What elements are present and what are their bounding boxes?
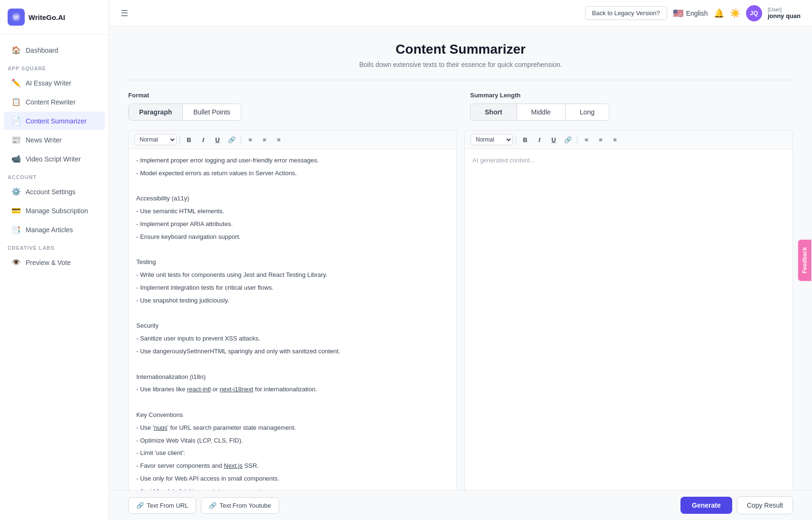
sidebar-label-content-rewriter: Content Rewriter — [26, 98, 76, 106]
original-content-editor[interactable]: - Implement proper error logging and use… — [129, 149, 456, 490]
summary-btn-long[interactable]: Long — [566, 104, 609, 120]
text-from-url-label: Text From URL — [147, 502, 188, 509]
sidebar-nav: 🏠DashboardAPP SQUARE✏️AI Essay Writer📋Co… — [0, 35, 109, 278]
format-btn-bullet-points[interactable]: Bullet Points — [183, 104, 241, 120]
generate-button[interactable]: Generate — [680, 497, 732, 514]
sidebar-label-manage-articles: Manage Articles — [26, 226, 73, 234]
sidebar-item-content-summarizer[interactable]: 📄Content Summarizer — [4, 112, 105, 130]
toolbar-unordered-list-btn[interactable]: ≡ — [258, 133, 271, 146]
result-toolbar-unordered-list-btn[interactable]: ≡ — [595, 133, 607, 146]
youtube-icon: 🔗 — [209, 502, 217, 509]
sidebar-logo[interactable]: W WriteGo.AI — [0, 0, 109, 35]
language-selector[interactable]: 🇺🇸 English — [673, 8, 708, 19]
format-label: Format — [128, 92, 451, 99]
format-btn-paragraph[interactable]: Paragraph — [129, 104, 183, 120]
sidebar-section-app-square-label: APP SQUARE — [0, 60, 109, 73]
bottom-bar: 🔗 Text From URL 🔗 Text From Youtube Gene… — [109, 490, 812, 520]
flag-icon: 🇺🇸 — [673, 8, 683, 19]
sidebar-item-ai-essay-writer[interactable]: ✏️AI Essay Writer — [4, 74, 105, 92]
sidebar-icon-preview-vote: 👁️ — [11, 258, 21, 267]
sidebar-section-account-label: ACCOUNT — [0, 169, 109, 182]
result-toolbar-link-btn[interactable]: 🔗 — [562, 133, 574, 146]
topbar: ☰ Back to Legacy Version? 🇺🇸 English 🔔 ☀… — [109, 0, 812, 27]
logo-icon: W — [8, 9, 25, 26]
sidebar-icon-content-rewriter: 📋 — [11, 97, 21, 106]
sidebar-label-account-settings: Account Settings — [26, 188, 76, 196]
text-from-url-button[interactable]: 🔗 Text From URL — [128, 497, 196, 514]
user-info: [User] jonny quan — [768, 7, 801, 19]
main-area: ☰ Back to Legacy Version? 🇺🇸 English 🔔 ☀… — [109, 0, 812, 520]
feedback-button[interactable]: Feedback — [798, 239, 811, 281]
sidebar-label-content-summarizer: Content Summarizer — [26, 117, 86, 125]
result-toolbar-underline-btn[interactable]: U — [548, 133, 560, 146]
summary-btn-short[interactable]: Short — [471, 104, 517, 120]
sidebar: W WriteGo.AI 🏠DashboardAPP SQUARE✏️AI Es… — [0, 0, 109, 520]
sidebar-item-manage-subscription[interactable]: 💳Manage Subscription — [4, 201, 105, 220]
sidebar-item-content-rewriter[interactable]: 📋Content Rewriter — [4, 93, 105, 111]
toolbar-underline-btn[interactable]: U — [211, 133, 224, 146]
sidebar-section-creative-labs-label: CREATIVE LABS — [0, 239, 109, 253]
original-content-panel: NormalHeading 1Heading 2 B I U 🔗 ≡ ≡ ≡ -… — [128, 130, 457, 490]
format-group: Format ParagraphBullet Points — [128, 92, 451, 121]
text-from-youtube-button[interactable]: 🔗 Text From Youtube — [201, 497, 279, 514]
page-header: Content Summarizer Boils down extensive … — [128, 42, 793, 68]
copy-result-button[interactable]: Copy Result — [737, 496, 793, 514]
user-name: jonny quan — [768, 12, 801, 19]
notification-icon[interactable]: 🔔 — [714, 8, 724, 19]
sidebar-item-news-writer[interactable]: 📰News Writer — [4, 131, 105, 149]
ai-placeholder: AI generated content... — [472, 157, 535, 164]
sidebar-label-ai-essay-writer: AI Essay Writer — [26, 79, 71, 87]
controls-row: Format ParagraphBullet Points Summary Le… — [128, 92, 793, 121]
sidebar-item-video-script-writer[interactable]: 📹Video Script Writer — [4, 150, 105, 168]
sidebar-item-preview-vote[interactable]: 👁️Preview & Vote — [4, 253, 105, 272]
sidebar-icon-content-summarizer: 📄 — [11, 116, 21, 125]
result-toolbar-align-btn[interactable]: ≡ — [609, 133, 621, 146]
sidebar-icon-dashboard: 🏠 — [11, 46, 21, 55]
sidebar-item-dashboard[interactable]: 🏠Dashboard — [4, 41, 105, 59]
result-panel: NormalHeading 1Heading 2 B I U 🔗 ≡ ≡ ≡ A… — [464, 130, 793, 490]
sidebar-item-manage-articles[interactable]: 📑Manage Articles — [4, 220, 105, 239]
sidebar-icon-manage-articles: 📑 — [11, 225, 21, 234]
sidebar-icon-account-settings: ⚙️ — [11, 187, 21, 196]
header-divider — [128, 80, 793, 80]
user-avatar[interactable]: JQ — [746, 5, 762, 21]
settings-icon[interactable]: ☀️ — [730, 8, 740, 19]
toolbar-bold-btn[interactable]: B — [183, 133, 195, 146]
language-label: English — [686, 9, 708, 17]
summary-length-label: Summary Length — [470, 92, 793, 99]
summary-length-group: Summary Length ShortMiddleLong — [470, 92, 793, 121]
sidebar-icon-manage-subscription: 💳 — [11, 206, 21, 215]
original-style-select[interactable]: NormalHeading 1Heading 2 — [134, 134, 177, 145]
toolbar-link-btn[interactable]: 🔗 — [226, 133, 238, 146]
page-content: Content Summarizer Boils down extensive … — [109, 27, 812, 490]
summary-btn-middle[interactable]: Middle — [517, 104, 566, 120]
result-content-editor: AI generated content... — [465, 149, 793, 490]
sidebar-label-news-writer: News Writer — [26, 136, 62, 144]
result-toolbar-italic-btn[interactable]: I — [533, 133, 546, 146]
text-from-youtube-label: Text From Youtube — [219, 502, 271, 509]
legacy-version-button[interactable]: Back to Legacy Version? — [585, 6, 667, 20]
user-tag: [User] — [768, 7, 801, 12]
user-initials: JQ — [750, 9, 758, 17]
sidebar-item-account-settings[interactable]: ⚙️Account Settings — [4, 182, 105, 201]
sidebar-icon-video-script-writer: 📹 — [11, 154, 21, 163]
link-icon: 🔗 — [136, 502, 144, 509]
sidebar-label-preview-vote: Preview & Vote — [26, 259, 71, 266]
result-toolbar-bold-btn[interactable]: B — [519, 133, 531, 146]
result-toolbar-ordered-list-btn[interactable]: ≡ — [580, 133, 593, 146]
original-content-toolbar: NormalHeading 1Heading 2 B I U 🔗 ≡ ≡ ≡ — [129, 131, 456, 149]
sidebar-label-video-script-writer: Video Script Writer — [26, 155, 81, 163]
result-style-select[interactable]: NormalHeading 1Heading 2 — [471, 134, 513, 145]
sidebar-label-manage-subscription: Manage Subscription — [26, 207, 88, 215]
sidebar-icon-ai-essay-writer: ✏️ — [11, 78, 21, 87]
svg-text:W: W — [14, 14, 19, 20]
result-toolbar: NormalHeading 1Heading 2 B I U 🔗 ≡ ≡ ≡ — [465, 131, 793, 149]
toolbar-italic-btn[interactable]: I — [197, 133, 209, 146]
toolbar-ordered-list-btn[interactable]: ≡ — [244, 133, 256, 146]
menu-icon[interactable]: ☰ — [121, 8, 128, 19]
toolbar-align-btn[interactable]: ≡ — [273, 133, 285, 146]
editors-row: NormalHeading 1Heading 2 B I U 🔗 ≡ ≡ ≡ -… — [128, 130, 793, 490]
format-btn-group: ParagraphBullet Points — [128, 104, 241, 121]
sidebar-icon-news-writer: 📰 — [11, 135, 21, 144]
summary-length-btn-group: ShortMiddleLong — [470, 104, 609, 121]
